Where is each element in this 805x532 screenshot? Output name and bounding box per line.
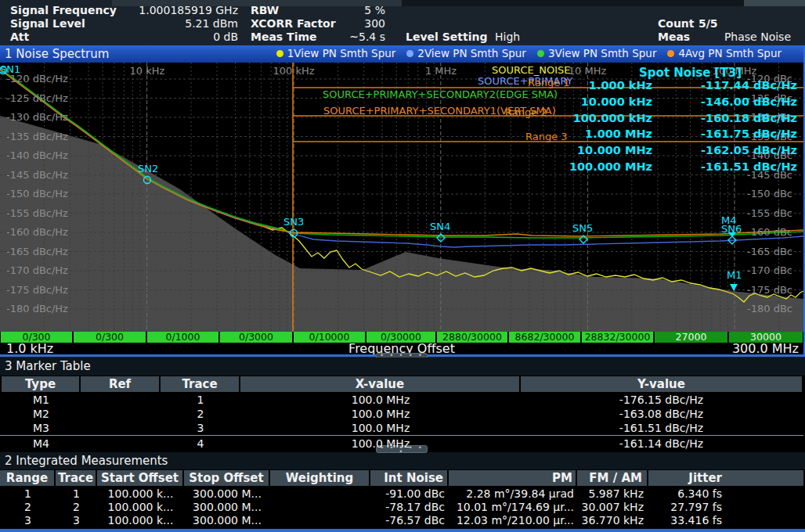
marker-table-cell: 100.0 MHz: [240, 437, 521, 451]
integrated-table-cell: 10.01 m°/174.69 µr...: [449, 500, 577, 514]
xcorr-factor-value: 300: [298, 17, 385, 30]
rbw-value: 5 %: [298, 4, 385, 16]
legend-item-trace1[interactable]: 1View PN Smth Spur: [276, 47, 396, 59]
integrated-table-cell: 30.007 kHz: [577, 500, 648, 514]
marker-table-cell: M2: [2, 407, 81, 421]
yaxis-right-label: -150 dBc: [747, 188, 792, 200]
integrated-table-row[interactable]: 11100.000 k...300.000 M...-91.00 dBc2.28…: [0, 487, 803, 501]
integrated-table-column-header: Int Noise: [370, 470, 449, 486]
trace-name-label-1: SOURCE_NOISE: [492, 64, 570, 76]
xaxis-top-label: 10 kHz: [130, 65, 165, 77]
segment-status: 8682/30000: [509, 332, 580, 343]
marker-table-row[interactable]: M22100.0 MHz-163.08 dBc/Hz: [2, 407, 802, 421]
integrated-table-cell: 2.28 m°/39.84 µrad: [449, 487, 577, 501]
integrated-table-cell: 36.770 kHz: [577, 513, 648, 527]
yaxis-right-label: -175 dBc: [747, 284, 792, 296]
integrated-table-cell: 100.000 k...: [97, 487, 184, 501]
xaxis-top-label: 10 MHz: [569, 65, 607, 77]
integrated-table-cell: 300.000 M...: [184, 513, 270, 527]
marker-table-cell: -161.14 dBc/Hz: [521, 437, 802, 451]
screen-bottom-border: [0, 529, 805, 532]
yaxis-left-label: -150 dBc/Hz: [6, 188, 68, 200]
integrated-table-cell: 5.987 kHz: [577, 487, 648, 501]
integrated-table-cell: 300.000 M...: [184, 487, 270, 501]
yaxis-right-label: -170 dBc: [747, 264, 792, 276]
integrated-table-cell: -78.17 dBc: [370, 500, 449, 514]
marker-table-cell: M1: [2, 393, 81, 407]
segment-status: 0/1000: [147, 332, 218, 343]
integrated-table-header: RangeTraceStart OffsetStop OffsetWeighti…: [0, 470, 803, 486]
rbw-label: RBW: [251, 4, 279, 16]
legend-item-trace2[interactable]: 2View PN Smth Spur: [406, 47, 526, 59]
xaxis-top-label: 100 kHz: [273, 65, 314, 77]
signal-level-value: 5.21 dBm: [117, 17, 238, 30]
spot-noise-row: 1.000 kHz-117.44 dBc/Hz: [501, 79, 797, 95]
marker-table-row[interactable]: M11100.0 MHz-176.15 dBc/Hz: [2, 393, 802, 407]
marker-label-sn4: SN4: [430, 221, 450, 232]
marker-table-column-header: Type: [2, 376, 81, 392]
marker-table-title: 3 Marker Table: [5, 359, 91, 373]
integrated-table-cell: [270, 513, 370, 527]
spot-noise-row: 100.000 kHz-160.18 dBc/Hz: [501, 112, 797, 128]
trace-color-dot: [667, 50, 674, 57]
yaxis-left-label: -165 dBc/Hz: [6, 246, 68, 257]
legend-item-trace4[interactable]: 4Avg PN Smth Spur: [667, 47, 782, 59]
marker-label-sn2: SN2: [138, 163, 158, 174]
spot-noise-value: -146.00 dBc/Hz: [701, 95, 797, 108]
legend-label: 2View PN Smth Spur: [417, 47, 526, 59]
spot-noise-frequency: 10.000 kHz: [581, 95, 652, 108]
instrument-screen: Signal Frequency 1.000185919 GHz Signal …: [0, 0, 805, 532]
integrated-table-column-header: Start Offset: [97, 470, 184, 486]
trace-color-dot: [276, 50, 283, 57]
spot-noise-frequency: 10.000 MHz: [577, 144, 652, 156]
integrated-table-cell: 1: [56, 487, 97, 501]
legend-item-trace3[interactable]: 3View PN Smth Spur: [537, 47, 657, 59]
marker-table-cell: 3: [161, 421, 240, 435]
spot-noise-value: -161.51 dBc/Hz: [701, 160, 797, 173]
yaxis-left-label: -175 dBc/Hz: [6, 284, 68, 296]
integrated-table-cell: 2: [0, 500, 56, 514]
marker-table-cell: 100.0 MHz: [240, 407, 521, 421]
integrated-table-cell: [270, 487, 370, 501]
axis-stop-value: 300.0 MHz: [732, 343, 799, 354]
spot-noise-value: -161.75 dBc/Hz: [701, 128, 797, 140]
level-setting-label: Level Setting: [406, 31, 487, 43]
yaxis-right-label: -155 dBc: [747, 207, 792, 219]
integrated-table-cell: 27.797 fs: [648, 500, 803, 514]
noise-plot[interactable]: SN1SN2SN3SN4SN5SN6M4M1-120 dBc/Hz-125 dB…: [0, 63, 803, 332]
marker-table-cell: [81, 421, 161, 435]
noise-spectrum-title: 1 Noise Spectrum: [5, 47, 109, 61]
marker-table-cell: 4: [161, 437, 240, 451]
spot-noise-row: 100.000 MHz-161.51 dBc/Hz: [501, 160, 797, 176]
marker-m1: [730, 284, 738, 291]
integrated-table-row[interactable]: 22100.000 k...300.000 M...-78.17 dBc10.0…: [0, 500, 803, 514]
integrated-table-column-header: Range: [0, 470, 56, 486]
integrated-table-cell: 3: [56, 513, 97, 527]
integrated-table-row[interactable]: 33100.000 k...300.000 M...-76.57 dBc12.0…: [0, 513, 803, 527]
marker-table-column-header: X-value: [240, 376, 521, 392]
yaxis-left-label: -180 dBc/Hz: [6, 303, 68, 315]
marker-table-cell: -176.15 dBc/Hz: [521, 393, 802, 407]
integrated-table-cell: 33.416 fs: [648, 513, 803, 527]
integrated-table-cell: 100.000 k...: [97, 513, 184, 527]
marker-table-cell: M4: [2, 437, 81, 451]
marker-table-titlebar[interactable]: 3 Marker Table: [0, 358, 805, 376]
measurement-header: Signal Frequency 1.000185919 GHz Signal …: [0, 0, 805, 45]
legend-label: 3View PN Smth Spur: [548, 47, 657, 59]
marker-table-cell: 1: [161, 393, 240, 407]
integrated-table-cell: 3: [0, 513, 56, 527]
noise-spectrum-titlebar[interactable]: 1 Noise Spectrum 1View PN Smth Spur2View…: [0, 45, 805, 63]
signal-level-label: Signal Level: [10, 17, 85, 30]
marker-table-row[interactable]: M33100.0 MHz-161.51 dBc/Hz: [2, 421, 802, 435]
meas-time-value: ~5.4 s: [298, 31, 385, 43]
marker-table-row[interactable]: M44100.0 MHz-161.14 dBc/Hz: [2, 437, 802, 451]
legend-label: 4Avg PN Smth Spur: [678, 47, 782, 59]
yaxis-right-label: -180 dBc: [747, 303, 792, 315]
integrated-table-cell: [270, 500, 370, 514]
marker-table-column-header: Y-value: [521, 376, 802, 392]
signal-frequency-label: Signal Frequency: [10, 4, 117, 16]
integrated-titlebar[interactable]: 2 Integrated Measurements: [0, 452, 805, 469]
spot-noise-row: 10.000 kHz-146.00 dBc/Hz: [501, 95, 797, 111]
yaxis-left-label: -140 dBc/Hz: [6, 149, 68, 161]
meas-value: Phase Noise: [666, 31, 791, 43]
